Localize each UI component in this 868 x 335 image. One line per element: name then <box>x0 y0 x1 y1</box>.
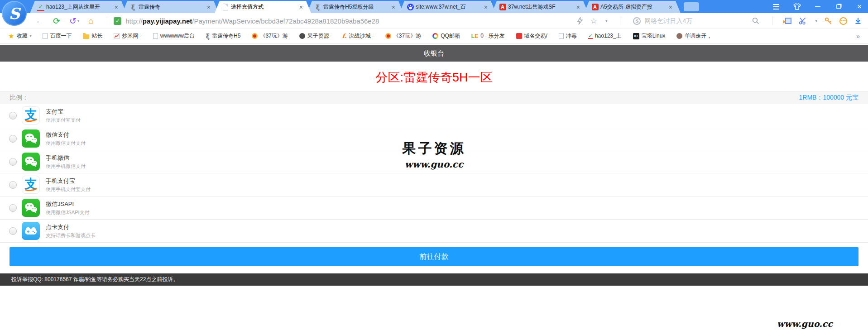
back-icon[interactable]: ← <box>35 16 44 26</box>
undo-icon[interactable]: ↺▾ <box>69 16 79 26</box>
tab-close-icon[interactable]: × <box>207 4 211 11</box>
hao123-icon: ✓ <box>37 4 44 11</box>
tabs-strip: ✓ hao123_上网从这里开 × ξ 雷霆传奇 × 选择充值方式 × ξ 雷霆… <box>30 0 699 13</box>
save-page-icon[interactable] <box>785 18 791 24</box>
refresh-icon[interactable]: ⟳ <box>53 16 60 26</box>
tab-37w-sale[interactable]: A 37w.net出售游戏SF × <box>492 1 588 13</box>
bookmark-juezhan-shacheng[interactable]: f.决战沙城 - <box>342 32 374 40</box>
bookmark-dandiao[interactable]: 单调走开， <box>676 32 712 40</box>
favorite-star-icon[interactable]: ☆ <box>590 16 597 26</box>
skin-icon[interactable] <box>793 3 801 10</box>
payment-option-wechat-jsapi[interactable]: 微信JSAPI使用微信JSAPI支付 <box>0 196 868 220</box>
scissors-screenshot-icon[interactable] <box>799 17 807 24</box>
more-tools-icon[interactable]: ••• <box>839 17 847 25</box>
divider <box>620 16 620 25</box>
close-icon[interactable]: × <box>855 3 863 10</box>
a5-icon: A <box>499 4 506 11</box>
bookmarks-overflow-chevron[interactable]: » <box>856 33 860 40</box>
bookmark-chongdu[interactable]: 冲毒 <box>559 32 577 40</box>
bookmark-hao123[interactable]: ✓hao123_上 <box>588 32 622 40</box>
tab-close-icon[interactable]: × <box>669 4 672 11</box>
bt-icon: BT <box>633 33 639 39</box>
tab-title: site:www.37w.net_百 <box>416 3 482 11</box>
address-bar: ← ⟳ ↺▾ ⌂ ✓ http://pay.yijiapay.net/Payme… <box>0 13 868 29</box>
wechat-icon <box>22 199 40 217</box>
corner-watermark: www.guo.cc <box>777 319 833 329</box>
divider <box>108 16 108 25</box>
folder-icon <box>83 34 89 39</box>
bookmark-baidu[interactable]: 百度一下 <box>43 32 72 40</box>
payment-desc: 使用支付宝支付 <box>46 117 81 124</box>
restore-icon[interactable] <box>834 3 843 10</box>
tab-select-recharge-active[interactable]: 选择充值方式 × <box>215 1 311 13</box>
search-icon[interactable] <box>752 17 759 24</box>
bookmark-domain-trade[interactable]: 域名交易/ <box>516 32 547 40</box>
bookmark-zhanzhang-folder[interactable]: 站长 <box>83 32 102 40</box>
medal-icon <box>385 33 391 39</box>
download-icon[interactable] <box>854 17 862 24</box>
bookmark-baota-linux[interactable]: BT宝塔Linux <box>633 32 666 40</box>
a5-icon: A <box>591 4 599 11</box>
tab-close-icon[interactable]: × <box>576 4 580 11</box>
sogou-browser-logo[interactable]: S <box>2 1 27 26</box>
password-key-icon[interactable] <box>825 17 832 24</box>
chart-icon <box>114 33 120 39</box>
payment-name: 微信支付 <box>46 131 86 139</box>
tab-title: A5交易所-虚拟资产投 <box>600 3 667 11</box>
radio-button[interactable] <box>9 227 17 235</box>
f-logo-icon: f. <box>342 33 347 39</box>
alipay-icon: 支 <box>22 106 40 124</box>
new-tab-button[interactable] <box>684 2 699 11</box>
address-tools: ☆ ▾ S ▾ ••• <box>577 16 862 26</box>
payment-option-game-card[interactable]: 点卡支付支持话费卡和游戏点卡 <box>0 220 868 243</box>
tab-a5-exchange[interactable]: A A5交易所-虚拟资产投 × <box>584 1 681 13</box>
hao123-icon: ✓ <box>588 34 593 39</box>
le-logo-icon: LE <box>471 33 478 39</box>
bookmark-leiting-h5[interactable]: ξ雷霆传奇H5 <box>206 32 241 40</box>
radio-button[interactable] <box>9 112 17 120</box>
radio-button[interactable] <box>9 158 17 166</box>
tab-hao123[interactable]: ✓ hao123_上网从这里开 × <box>30 1 126 13</box>
menu-icon[interactable] <box>772 3 780 10</box>
payment-name: 微信JSAPI <box>46 200 90 208</box>
minimize-icon[interactable] <box>814 3 822 10</box>
tab-leiting-chuanqi[interactable]: ξ 雷霆传奇 × <box>122 1 219 13</box>
chevron-down-icon[interactable]: ▾ <box>815 19 817 23</box>
tab-title: 雷霆传奇H5授权分级 <box>323 3 390 11</box>
bookmark-admin-backend[interactable]: wwwwww后台 <box>153 32 195 40</box>
home-icon[interactable]: ⌂ <box>88 16 93 26</box>
bookmark-lefenfa[interactable]: LE0 - 乐分发 <box>471 32 505 40</box>
payment-option-wechat-mobile[interactable]: 手机微信使用手机微信支付 <box>0 150 868 173</box>
tab-leiting-h5[interactable]: ξ 雷霆传奇H5授权分级 × <box>307 1 403 13</box>
ratio-row: 比例： 1RMB：100000 元宝 <box>0 91 868 104</box>
page-icon <box>559 33 564 39</box>
bookmark-chaomi[interactable]: 炒米网 - <box>114 32 141 40</box>
search-input[interactable] <box>644 17 748 24</box>
payment-method-list: 支 支付宝使用支付宝支付 微信支付使用微信支付支付 手机微信使用手机微信支付 支… <box>0 104 868 243</box>
tab-close-icon[interactable]: × <box>115 4 118 11</box>
tab-title: hao123_上网从这里开 <box>46 3 113 11</box>
bookmark-qq-mail[interactable]: QQ邮箱 <box>432 32 460 40</box>
url-field[interactable]: ✓ http://pay.yijiapay.net/Payment/WapSer… <box>114 17 576 25</box>
search-box: S <box>633 17 759 25</box>
bookmark-favorites[interactable]: ★收藏▾ <box>8 32 31 40</box>
chevron-down-icon[interactable]: ▾ <box>605 19 608 23</box>
tab-close-icon[interactable]: × <box>299 4 303 11</box>
bookmark-guozi[interactable]: 果子资源- <box>299 32 331 40</box>
tab-close-icon[interactable]: × <box>484 4 488 11</box>
bookmark-37wan-1[interactable]: 《37玩》游 <box>252 32 288 40</box>
radio-button[interactable] <box>9 135 17 143</box>
pay-button[interactable]: 前往付款 <box>10 247 858 266</box>
tab-baidu-search[interactable]: site:www.37w.net_百 × <box>399 1 496 13</box>
payment-option-alipay-mobile[interactable]: 支 手机支付宝使用手机支付宝支付 <box>0 173 868 196</box>
payment-name: 支付宝 <box>46 108 81 116</box>
payment-option-wechat[interactable]: 微信支付使用微信支付支付 <box>0 127 868 150</box>
tab-close-icon[interactable]: × <box>392 4 395 11</box>
radio-button[interactable] <box>9 204 17 212</box>
radio-button[interactable] <box>9 181 17 189</box>
bookmark-37wan-2[interactable]: 《37玩》游 <box>385 32 421 40</box>
payment-option-alipay[interactable]: 支 支付宝使用支付宝支付 <box>0 104 868 127</box>
page-content: 收银台 分区:雷霆传奇5H一区 比例： 1RMB：100000 元宝 支 支付宝… <box>0 45 868 286</box>
lightning-icon[interactable] <box>577 17 583 25</box>
game-card-icon <box>22 222 40 240</box>
